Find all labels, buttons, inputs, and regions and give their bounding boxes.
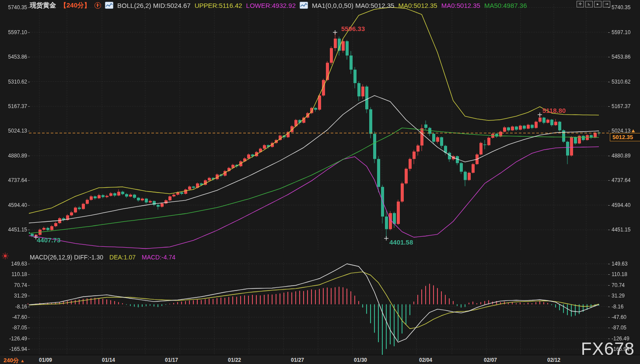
chart-toolbar: ✛ ⊾ ▸ ⇥ [577, 1, 610, 7]
line-chart-icon[interactable] [105, 2, 113, 9]
macd-legend: MACD(26,12,9) DIFF:-1.30 DEA:1.07 MACD:-… [30, 254, 175, 261]
macd-diff-legend: MACD(26,12,9) DIFF:-1.30 [30, 254, 103, 261]
date-label: 01/09 [39, 357, 52, 363]
macd-dea-legend: DEA:1.07 [109, 254, 136, 261]
axis-label: 5597.10 [612, 29, 630, 35]
axis-label: 5167.37 [3, 103, 27, 109]
ma-legend: MA1(0,0,0,50) MA0:5012.35 [312, 2, 394, 9]
interval-selector[interactable]: 240分 ▲ [3, 357, 24, 364]
date-label: 02/07 [484, 357, 497, 363]
date-label: 01/27 [291, 357, 304, 363]
axis-label: 4737.64 [612, 177, 630, 183]
axis-label: -87.05 [612, 325, 626, 331]
axis-left-icon[interactable]: ⊾ [585, 1, 593, 7]
boll-legend: BOLL(26,2) MID:5024.67 [117, 2, 191, 9]
line-chart-icon[interactable] [300, 2, 308, 9]
axis-label: 70.74 [3, 282, 27, 288]
price-marker-icon [632, 130, 635, 133]
price-annotation: 5118.80 [542, 107, 566, 114]
macd-value-legend: MACD:-4.74 [142, 254, 175, 261]
axis-label: -87.05 [3, 325, 27, 331]
axis-label: -8.16 [612, 304, 623, 310]
axis-label: 4737.64 [3, 177, 27, 183]
ma0-yellow-legend: MA0:5012.35 [398, 2, 437, 9]
watermark: FX678 [581, 339, 635, 359]
axis-label: -126.49 [3, 336, 27, 342]
price-annotation: 4407.73 [37, 236, 60, 244]
add-indicator-icon[interactable] [94, 2, 101, 9]
boll-lower-legend: LOWER:4932.92 [246, 2, 296, 9]
axis-label: 5453.86 [612, 54, 630, 60]
axis-label: -47.60 [3, 314, 27, 320]
axis-label: 31.29 [3, 293, 27, 299]
axis-label: 149.63 [3, 261, 27, 267]
date-label: 02/12 [547, 357, 560, 363]
time-axis-bar: 240分 ▲ 01/0901/1401/1701/2201/2701/3002/… [0, 355, 640, 364]
axis-play-icon[interactable]: ▸ [594, 1, 602, 7]
chart-canvas[interactable] [0, 0, 640, 364]
date-label: 02/04 [419, 357, 432, 363]
date-label: 01/17 [165, 357, 178, 363]
axis-label: 5167.37 [612, 103, 630, 109]
axis-label: 5310.62 [3, 79, 27, 85]
axis-label: 4451.15 [612, 227, 630, 233]
axis-label: 110.18 [612, 271, 627, 277]
axis-label: -47.60 [612, 314, 626, 320]
axis-label: 4594.40 [612, 202, 630, 208]
crosshair-icon[interactable]: ✛ [577, 1, 584, 7]
axis-label: 5740.35 [612, 4, 630, 10]
date-label: 01/22 [228, 357, 241, 363]
axis-label: 4451.15 [3, 227, 27, 233]
axis-label: 4880.89 [3, 153, 27, 159]
exit-right-icon[interactable]: ⇥ [603, 1, 610, 7]
axis-label: 5453.86 [3, 54, 27, 60]
ma0-magenta-legend: MA0:5012.35 [441, 2, 480, 9]
axis-label: 110.18 [3, 271, 27, 277]
axis-label: 4880.89 [612, 153, 630, 159]
date-label: 01/30 [354, 357, 367, 363]
trading-chart-window: 现货黄金 【240分】 BOLL(26,2) MID:5024.67 UPPER… [0, 0, 640, 364]
date-label: 01/14 [102, 357, 115, 363]
live-indicator-icon[interactable] [2, 252, 9, 259]
price-annotation: 5596.33 [341, 25, 365, 32]
axis-label: 5310.62 [612, 79, 630, 85]
symbol-name: 现货黄金 [30, 1, 56, 10]
boll-upper-legend: UPPER:5116.42 [195, 2, 242, 9]
axis-label: 5024.13 [3, 128, 27, 134]
chart-header: 现货黄金 【240分】 BOLL(26,2) MID:5024.67 UPPER… [30, 1, 527, 10]
axis-label: 5597.10 [3, 29, 27, 35]
axis-label: -165.94 [3, 346, 27, 352]
axis-label: -8.16 [3, 304, 27, 310]
price-annotation: 4401.58 [389, 238, 413, 246]
axis-label: 4594.40 [3, 202, 27, 208]
axis-label: 31.29 [612, 293, 625, 299]
axis-label: 5740.35 [3, 4, 27, 10]
last-price-tag: 5012.35 [610, 133, 640, 141]
axis-label: 149.63 [612, 261, 628, 267]
interval-label: 【240分】 [60, 1, 91, 10]
ma50-legend: MA50:4987.36 [484, 2, 527, 9]
axis-label: 70.74 [612, 282, 625, 288]
